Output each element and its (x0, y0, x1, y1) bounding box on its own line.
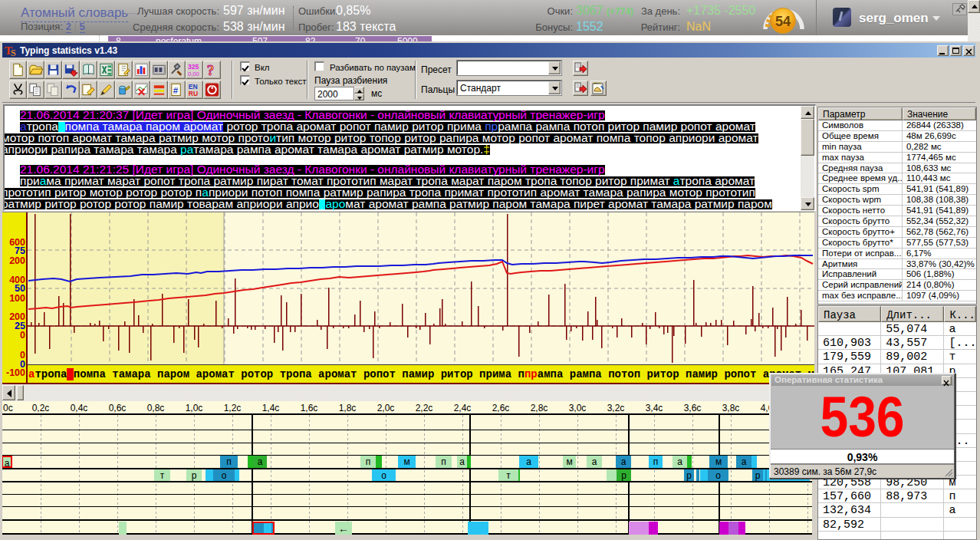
svg-text:54: 54 (775, 14, 791, 29)
svg-text:0,00: 0,00 (188, 71, 199, 77)
svg-text:?: ? (207, 62, 215, 78)
svg-text:RU: RU (189, 90, 198, 97)
svg-text:#: # (173, 86, 179, 95)
svg-text:325: 325 (188, 63, 199, 71)
